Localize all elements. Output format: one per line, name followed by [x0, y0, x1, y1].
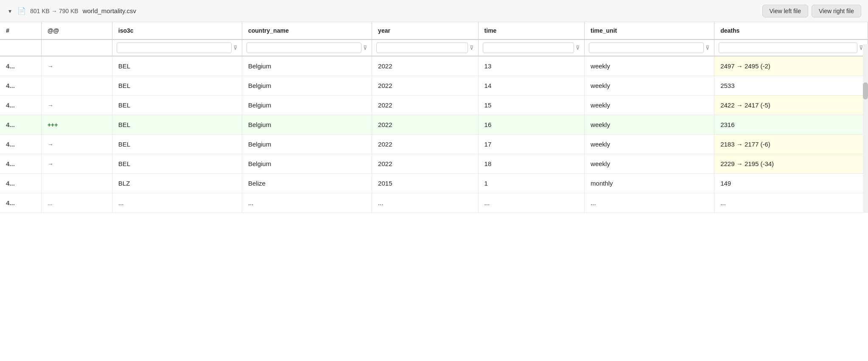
cell-time-unit: weekly: [585, 56, 714, 76]
filter-cell-at: [41, 39, 112, 56]
table-row: 4...BLZBelize20151monthly149: [0, 174, 868, 193]
filter-input-country-name[interactable]: [246, 42, 361, 53]
cell-country-name: Belgium: [242, 135, 372, 154]
filter-input-year[interactable]: [376, 42, 468, 53]
cell-at: →: [41, 135, 112, 154]
cell-iso3c: BEL: [112, 56, 242, 76]
cell-deaths: 2422 → 2417 (-5): [714, 96, 868, 115]
scrollbar-thumb[interactable]: [863, 82, 868, 99]
table-row: 4...BELBelgium202214weekly2533: [0, 76, 868, 96]
cell-year: 2022: [372, 96, 478, 115]
filter-cell-iso3c: ⊽: [112, 39, 242, 56]
col-header-country-name: country_name: [242, 22, 372, 39]
table-row: 4...→BELBelgium202213weekly2497 → 2495 (…: [0, 56, 868, 76]
cell-num: 4...: [0, 115, 41, 135]
table-row: 4...+++BELBelgium202216weekly2316: [0, 115, 868, 135]
cell-time: 18: [478, 154, 584, 174]
cell-num: 4...: [0, 174, 41, 193]
filter-input-iso3c[interactable]: [117, 42, 232, 53]
filter-cell-country-name: ⊽: [242, 39, 372, 56]
scrollbar-track[interactable]: [863, 44, 868, 213]
filter-cell-deaths: ⊽: [714, 39, 868, 56]
cell-time: 16: [478, 115, 584, 135]
cell-year: ...: [372, 193, 478, 213]
cell-num: 4...: [0, 154, 41, 174]
cell-deaths: 2316: [714, 115, 868, 135]
col-header-year: year: [372, 22, 478, 39]
col-header-at: @@: [41, 22, 112, 39]
table-row: 4...→BELBelgium202215weekly2422 → 2417 (…: [0, 96, 868, 115]
cell-country-name: Belgium: [242, 76, 372, 96]
filter-icon-time-unit[interactable]: ⊽: [706, 45, 710, 51]
filter-input-deaths[interactable]: [719, 42, 857, 53]
cell-iso3c: BEL: [112, 154, 242, 174]
cell-time-unit: monthly: [585, 174, 714, 193]
filter-icon-time[interactable]: ⊽: [576, 45, 580, 51]
cell-year: 2015: [372, 174, 478, 193]
cell-at: +++: [41, 115, 112, 135]
cell-num: 4...: [0, 135, 41, 154]
col-header-time-unit: time_unit: [585, 22, 714, 39]
cell-time: 15: [478, 96, 584, 115]
filter-cell-time-unit: ⊽: [585, 39, 714, 56]
cell-time: 14: [478, 76, 584, 96]
cell-year: 2022: [372, 115, 478, 135]
col-header-hash: #: [0, 22, 41, 39]
cell-num: 4...: [0, 56, 41, 76]
cell-deaths: 2533: [714, 76, 868, 96]
filter-cell-time: ⊽: [478, 39, 584, 56]
cell-country-name: Belgium: [242, 115, 372, 135]
cell-at: →: [41, 56, 112, 76]
table-row: 4...→BELBelgium202218weekly2229 → 2195 (…: [0, 154, 868, 174]
view-right-file-button[interactable]: View right file: [812, 5, 861, 17]
cell-iso3c: BEL: [112, 96, 242, 115]
table-row: 4........................: [0, 193, 868, 213]
cell-time-unit: weekly: [585, 76, 714, 96]
cell-deaths: ...: [714, 193, 868, 213]
col-header-iso3c: iso3c: [112, 22, 242, 39]
table-body: 4...→BELBelgium202213weekly2497 → 2495 (…: [0, 56, 868, 213]
cell-iso3c: BEL: [112, 115, 242, 135]
filter-icon-iso3c[interactable]: ⊽: [233, 45, 238, 51]
collapse-button[interactable]: ▾: [7, 7, 13, 15]
cell-year: 2022: [372, 76, 478, 96]
filename: world_mortality.csv: [83, 7, 136, 14]
cell-iso3c: BEL: [112, 135, 242, 154]
table-header-row: # @@ iso3c country_name year time time_u…: [0, 22, 868, 39]
cell-time-unit: weekly: [585, 115, 714, 135]
cell-country-name: Belgium: [242, 56, 372, 76]
cell-country-name: Belgium: [242, 96, 372, 115]
cell-at: →: [41, 154, 112, 174]
cell-deaths: 149: [714, 174, 868, 193]
filter-row: ⊽ ⊽ ⊽: [0, 39, 868, 56]
cell-time-unit: weekly: [585, 154, 714, 174]
cell-num: 4...: [0, 193, 41, 213]
cell-year: 2022: [372, 135, 478, 154]
col-header-time: time: [478, 22, 584, 39]
cell-iso3c: BEL: [112, 76, 242, 96]
cell-at: →: [41, 96, 112, 115]
top-bar: ▾ 📄 801 KB → 790 KB world_mortality.csv …: [0, 0, 868, 22]
cell-country-name: ...: [242, 193, 372, 213]
diff-table-container: # @@ iso3c country_name year time time_u…: [0, 22, 868, 213]
file-size-info: 801 KB → 790 KB: [30, 8, 78, 14]
filter-cell-year: ⊽: [372, 39, 478, 56]
cell-at: [41, 76, 112, 96]
cell-deaths: 2183 → 2177 (-6): [714, 135, 868, 154]
filter-icon-country-name[interactable]: ⊽: [363, 45, 367, 51]
view-left-file-button[interactable]: View left file: [762, 5, 808, 17]
cell-deaths: 2497 → 2495 (-2): [714, 56, 868, 76]
cell-country-name: Belgium: [242, 154, 372, 174]
cell-at: ...: [41, 193, 112, 213]
cell-at: [41, 174, 112, 193]
cell-iso3c: BLZ: [112, 174, 242, 193]
cell-time: 13: [478, 56, 584, 76]
cell-time-unit: weekly: [585, 96, 714, 115]
filter-input-time-unit[interactable]: [589, 42, 704, 53]
cell-num: 4...: [0, 76, 41, 96]
filter-input-time[interactable]: [483, 42, 574, 53]
filter-icon-year[interactable]: ⊽: [470, 45, 474, 51]
cell-time: 17: [478, 135, 584, 154]
cell-deaths: 2229 → 2195 (-34): [714, 154, 868, 174]
cell-country-name: Belize: [242, 174, 372, 193]
